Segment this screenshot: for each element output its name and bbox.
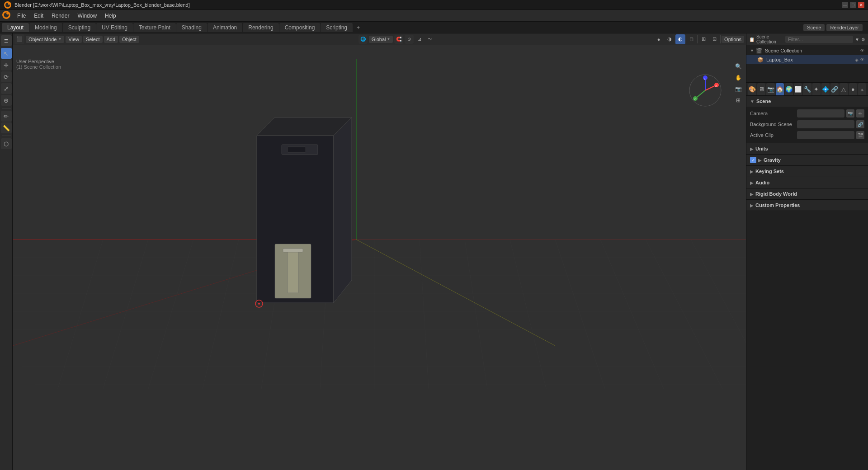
gravity-section-header[interactable]: ✓ ▶ Gravity: [746, 155, 868, 165]
prop-tab-object[interactable]: ⬜: [794, 83, 802, 96]
rotate-tool[interactable]: ⟳: [1, 71, 12, 82]
close-button[interactable]: ✕: [858, 2, 864, 8]
transform-tool[interactable]: ⊕: [1, 95, 12, 106]
tab-scripting[interactable]: Scripting: [321, 23, 353, 32]
scene-visibility-icon[interactable]: 👁: [860, 48, 864, 53]
object-mode-dropdown[interactable]: Object Mode ▼: [26, 36, 64, 43]
viewport-shading-material[interactable]: ◑: [665, 34, 675, 44]
move-tool[interactable]: ✛: [1, 60, 12, 70]
scale-tool[interactable]: ⤢: [1, 83, 12, 94]
tab-texture-paint[interactable]: Texture Paint: [133, 23, 176, 32]
add-workspace-button[interactable]: +: [353, 23, 363, 32]
add-cube-tool[interactable]: ⬡: [1, 138, 12, 149]
camera-row: Camera 📷 ✏: [750, 108, 864, 118]
menu-window[interactable]: Window: [74, 12, 100, 20]
select-menu[interactable]: Select: [83, 36, 103, 43]
prop-tab-shaderfx[interactable]: ⟁: [858, 83, 866, 96]
global-transform-dropdown[interactable]: Global ▼: [369, 36, 393, 43]
snap-button[interactable]: 🧲: [394, 35, 403, 44]
menu-edit[interactable]: Edit: [30, 12, 47, 20]
active-clip-value[interactable]: [797, 131, 854, 139]
annotate-tool[interactable]: ✏: [1, 111, 12, 122]
prop-tab-particles[interactable]: ✦: [812, 83, 821, 96]
tab-sculpting[interactable]: Sculpting: [63, 23, 96, 32]
renderlayer-selector[interactable]: RenderLayer: [826, 24, 863, 31]
audio-section-header[interactable]: ▶ Audio: [746, 177, 868, 188]
prop-tab-view-layer[interactable]: 📷: [766, 83, 774, 96]
tab-animation[interactable]: Animation: [208, 23, 242, 32]
gravity-checkbox[interactable]: ✓: [750, 157, 756, 163]
background-scene-value[interactable]: [797, 120, 854, 128]
tab-layout[interactable]: Layout: [2, 23, 29, 32]
mode-toggle[interactable]: ☰: [1, 35, 12, 46]
laptop-box-icon2[interactable]: ◈: [855, 57, 859, 62]
active-clip-icon[interactable]: 🎬: [856, 131, 864, 139]
prop-gravity-section: ✓ ▶ Gravity: [746, 155, 868, 166]
tree-row-laptop-box[interactable]: 📦 Laptop_Box ◈ 👁: [746, 55, 868, 64]
overlay-toggle[interactable]: ⊞: [698, 34, 708, 44]
options-button[interactable]: Options: [722, 36, 744, 43]
menu-file[interactable]: File: [14, 12, 29, 20]
prop-tab-scene[interactable]: 🏠: [776, 83, 784, 96]
tab-uv-editing[interactable]: UV Editing: [96, 23, 133, 32]
viewport-shading-wireframe[interactable]: ◻: [686, 34, 696, 44]
add-menu[interactable]: Add: [104, 36, 118, 43]
object-menu[interactable]: Object: [119, 36, 139, 43]
view-menu[interactable]: View: [66, 36, 82, 43]
menu-help[interactable]: Help: [101, 12, 120, 20]
camera-button[interactable]: 📷: [733, 84, 743, 94]
tab-compositing[interactable]: Compositing: [279, 23, 321, 32]
viewport-shading-solid[interactable]: ◐: [675, 34, 685, 44]
maximize-button[interactable]: □: [850, 2, 856, 8]
tab-rendering[interactable]: Rendering: [243, 23, 278, 32]
tab-shading[interactable]: Shading: [176, 23, 207, 32]
viewport-shading-rendered[interactable]: ●: [654, 34, 664, 44]
prop-tab-physics[interactable]: 💠: [821, 83, 830, 96]
laptop-box-icon: 📦: [757, 57, 764, 63]
outliner-filter-icon[interactable]: ▼: [855, 37, 859, 42]
zoom-in-button[interactable]: 🔍: [733, 61, 743, 71]
tab-modeling[interactable]: Modeling: [29, 23, 62, 32]
prop-tab-modifier[interactable]: 🔧: [803, 83, 811, 96]
bg-scene-link-icon[interactable]: 🔗: [856, 120, 864, 128]
proportional-edit[interactable]: ⊙: [405, 35, 414, 44]
cursor-tool[interactable]: ↖: [1, 48, 12, 59]
menu-render[interactable]: Render: [48, 12, 73, 20]
outliner-search[interactable]: [785, 36, 853, 43]
prop-tab-render[interactable]: 🎨: [748, 83, 756, 96]
prop-tab-world[interactable]: 🌍: [785, 83, 793, 96]
minimize-button[interactable]: —: [842, 2, 848, 8]
prop-tab-object-data[interactable]: △: [840, 83, 848, 96]
navigation-gizmo[interactable]: Z X Y: [687, 72, 723, 108]
editor-type-button[interactable]: ⬛: [14, 34, 24, 44]
rigid-body-world-section-title: Rigid Body World: [755, 191, 797, 197]
viewport-shading-wire[interactable]: 🌐: [359, 35, 368, 44]
viewport-right-icons: 🔍 ✋ 📷 ⊞: [733, 61, 743, 105]
prop-tab-constraint[interactable]: 🔗: [830, 83, 839, 96]
prop-tab-output[interactable]: 🖥: [757, 83, 765, 96]
snap-icon-2[interactable]: ⊿: [415, 35, 424, 44]
camera-edit-icon[interactable]: ✏: [856, 109, 864, 118]
pan-button[interactable]: ✋: [733, 73, 743, 83]
measure-tool[interactable]: 📏: [1, 122, 12, 133]
viewport-header: ⬛ Object Mode ▼ View Select Add Object 🌐: [13, 33, 746, 45]
projection-button[interactable]: ⊞: [733, 95, 743, 105]
properties-content: ▼ Scene Camera 📷 ✏ Background: [746, 96, 868, 470]
outliner-icon: 📋: [749, 37, 755, 42]
xray-toggle[interactable]: ⊡: [709, 34, 719, 44]
outliner-options-icon[interactable]: ⚙: [861, 37, 865, 42]
units-section-header[interactable]: ▶ Units: [746, 143, 868, 154]
scene-section-header[interactable]: ▼ Scene: [746, 96, 868, 107]
scene-icon: 🎬: [756, 48, 762, 54]
scene-selector[interactable]: Scene: [803, 24, 825, 31]
tree-row-scene-collection[interactable]: ▼ 🎬 Scene Collection 👁: [746, 46, 868, 55]
camera-value[interactable]: [797, 109, 844, 118]
header-extra[interactable]: 〜: [425, 35, 434, 44]
rigid-body-world-section-header[interactable]: ▶ Rigid Body World: [746, 188, 868, 199]
custom-properties-section-header[interactable]: ▶ Custom Properties: [746, 200, 868, 211]
audio-arrow: ▶: [750, 180, 754, 185]
camera-link-icon[interactable]: 📷: [846, 109, 854, 118]
keying-sets-section-header[interactable]: ▶ Keying Sets: [746, 166, 868, 177]
laptop-box-visibility[interactable]: 👁: [860, 57, 864, 62]
prop-tab-material[interactable]: ●: [849, 83, 857, 96]
